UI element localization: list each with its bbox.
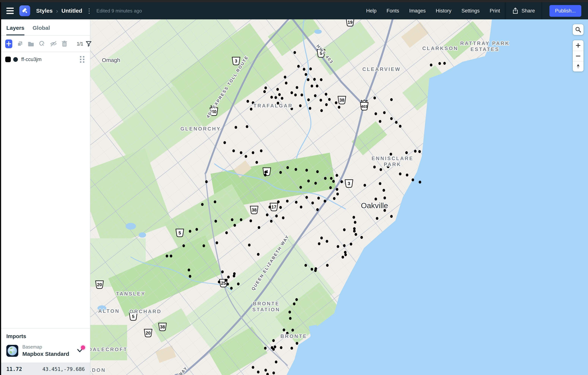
mapbox-studio-logo[interactable] bbox=[19, 5, 30, 16]
data-point bbox=[279, 206, 282, 209]
globe-icon bbox=[6, 345, 18, 357]
style-options-kebab-icon[interactable]: ⋮ bbox=[86, 8, 92, 14]
reset-bearing-button[interactable] bbox=[573, 61, 584, 71]
data-point bbox=[316, 208, 319, 211]
data-point bbox=[390, 117, 393, 120]
data-point bbox=[275, 214, 278, 217]
data-point bbox=[296, 86, 298, 89]
data-point bbox=[305, 196, 308, 199]
data-point bbox=[316, 84, 318, 88]
add-layer-button[interactable] bbox=[5, 40, 12, 48]
map-label: EADON bbox=[90, 367, 106, 373]
layer-circle-swatch bbox=[13, 57, 18, 62]
svg-text:19: 19 bbox=[348, 20, 353, 25]
data-point bbox=[379, 120, 381, 123]
route-shield-19: 19 bbox=[346, 19, 354, 26]
data-point bbox=[240, 151, 242, 154]
data-point bbox=[326, 264, 329, 267]
data-point bbox=[263, 90, 266, 93]
tab-global[interactable]: Global bbox=[33, 25, 50, 35]
data-point bbox=[232, 149, 235, 152]
map-canvas[interactable]: 195338403403438175202553820 OmaghTRAFALG… bbox=[90, 19, 588, 375]
zoom-in-button[interactable] bbox=[573, 40, 584, 51]
layer-count: 1/1 bbox=[77, 41, 83, 47]
tab-layers[interactable]: Layers bbox=[6, 25, 24, 35]
data-point bbox=[225, 231, 228, 234]
data-point bbox=[227, 275, 230, 279]
hide-layer-eye-off-icon[interactable] bbox=[50, 41, 57, 47]
data-point bbox=[301, 93, 303, 96]
map-label: DALECROFT bbox=[90, 347, 128, 352]
data-point bbox=[297, 65, 300, 68]
breadcrumb-style-name[interactable]: Untitled bbox=[62, 8, 82, 14]
basemap-import-row[interactable]: Basemap Mapbox Standard bbox=[6, 344, 85, 357]
data-point bbox=[296, 342, 298, 345]
data-point bbox=[336, 193, 339, 195]
data-point bbox=[223, 141, 226, 144]
filter-layers-icon[interactable] bbox=[86, 41, 92, 47]
duplicate-layer-icon[interactable] bbox=[17, 41, 23, 47]
layer-row-ff-ccu3jm[interactable]: ff-ccu3jm bbox=[1, 52, 90, 67]
basemap-expand-chevron[interactable] bbox=[76, 346, 84, 355]
data-point bbox=[353, 227, 356, 230]
data-point bbox=[309, 107, 311, 110]
publish-button[interactable]: Publish... bbox=[549, 5, 581, 17]
data-point bbox=[314, 94, 316, 97]
nav-item-print[interactable]: Print bbox=[485, 2, 505, 19]
data-point bbox=[270, 220, 273, 223]
data-point bbox=[226, 283, 229, 286]
nav-item-fonts[interactable]: Fonts bbox=[382, 2, 404, 19]
data-point bbox=[260, 149, 262, 152]
data-point bbox=[291, 91, 293, 94]
select-on-map-icon[interactable] bbox=[39, 41, 45, 47]
nav-item-history[interactable]: History bbox=[431, 2, 456, 19]
nav-item-settings[interactable]: Settings bbox=[456, 2, 485, 19]
data-point bbox=[320, 99, 322, 102]
data-point bbox=[390, 215, 393, 218]
data-point bbox=[231, 218, 233, 221]
data-point bbox=[235, 126, 237, 129]
map-coordinates: 43.451,-79.686 bbox=[42, 366, 85, 372]
nav-item-help[interactable]: Help bbox=[361, 2, 382, 19]
data-point bbox=[395, 121, 398, 124]
map-label: ALTON bbox=[98, 308, 120, 314]
nav-item-images[interactable]: Images bbox=[404, 2, 431, 19]
data-point bbox=[311, 268, 313, 271]
data-point bbox=[303, 68, 305, 71]
data-point bbox=[289, 317, 292, 320]
data-point bbox=[390, 98, 393, 101]
delete-layer-trash-icon[interactable] bbox=[62, 41, 67, 47]
data-point bbox=[214, 200, 216, 203]
data-point bbox=[375, 112, 377, 115]
share-button[interactable]: Share bbox=[505, 2, 542, 19]
breadcrumb-chevron-icon: › bbox=[56, 7, 58, 15]
data-point bbox=[419, 181, 421, 183]
import-kind: Basemap bbox=[22, 344, 76, 350]
data-point bbox=[343, 244, 346, 247]
map-label: ORCHARD bbox=[129, 309, 162, 314]
svg-text:20: 20 bbox=[146, 331, 151, 335]
layer-drag-handle[interactable] bbox=[80, 56, 84, 63]
compass-icon bbox=[576, 64, 580, 69]
data-point bbox=[443, 62, 446, 65]
data-point bbox=[291, 347, 293, 350]
data-point bbox=[257, 253, 260, 256]
zoom-out-button[interactable] bbox=[573, 51, 584, 61]
data-point bbox=[320, 78, 323, 81]
data-point bbox=[205, 180, 208, 183]
search-button[interactable] bbox=[573, 24, 584, 35]
breadcrumb-styles[interactable]: Styles bbox=[36, 8, 52, 14]
data-point bbox=[430, 63, 432, 66]
data-point bbox=[293, 302, 295, 305]
data-point bbox=[336, 188, 338, 191]
share-icon bbox=[512, 8, 518, 14]
svg-text:5: 5 bbox=[132, 314, 134, 319]
data-point bbox=[354, 221, 357, 224]
group-layers-folder-icon[interactable] bbox=[28, 41, 34, 47]
menu-icon[interactable] bbox=[6, 8, 14, 14]
data-point bbox=[218, 280, 220, 284]
data-point bbox=[318, 242, 320, 245]
svg-text:17: 17 bbox=[272, 204, 276, 210]
basemap-thumbnail bbox=[6, 345, 18, 357]
data-point bbox=[326, 240, 328, 243]
